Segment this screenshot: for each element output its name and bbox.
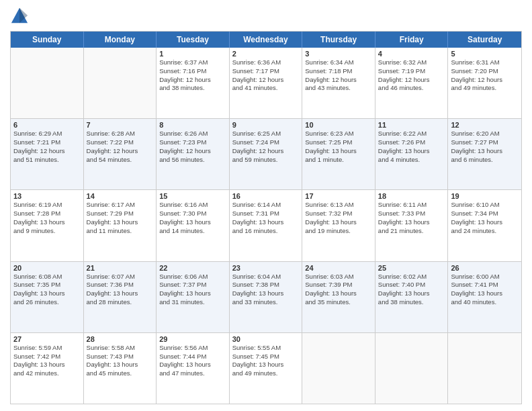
logo [10, 7, 32, 26]
day-cell: 4Sunrise: 6:32 AM Sunset: 7:19 PM Daylig… [375, 48, 449, 118]
day-number: 13 [13, 192, 81, 200]
empty-cell [448, 333, 521, 404]
day-cell: 5Sunrise: 6:31 AM Sunset: 7:20 PM Daylig… [448, 48, 521, 118]
day-number: 3 [305, 50, 372, 58]
day-number: 20 [13, 264, 81, 272]
day-cell: 29Sunrise: 5:56 AM Sunset: 7:44 PM Dayli… [157, 333, 230, 404]
day-number: 12 [451, 121, 519, 129]
day-number: 10 [305, 121, 372, 129]
day-cell: 10Sunrise: 6:23 AM Sunset: 7:25 PM Dayli… [302, 119, 375, 189]
day-info: Sunrise: 6:07 AM Sunset: 7:36 PM Dayligh… [87, 273, 154, 307]
calendar-row: 6Sunrise: 6:29 AM Sunset: 7:21 PM Daylig… [11, 118, 521, 189]
calendar: SundayMondayTuesdayWednesdayThursdayFrid… [10, 31, 522, 404]
day-info: Sunrise: 6:00 AM Sunset: 7:41 PM Dayligh… [451, 273, 519, 307]
day-number: 29 [159, 335, 226, 343]
day-info: Sunrise: 6:13 AM Sunset: 7:32 PM Dayligh… [305, 201, 372, 235]
day-cell: 13Sunrise: 6:19 AM Sunset: 7:28 PM Dayli… [11, 190, 84, 261]
day-cell: 26Sunrise: 6:00 AM Sunset: 7:41 PM Dayli… [448, 262, 521, 332]
day-number: 8 [159, 121, 226, 129]
day-cell: 15Sunrise: 6:16 AM Sunset: 7:30 PM Dayli… [157, 190, 230, 261]
day-info: Sunrise: 6:17 AM Sunset: 7:29 PM Dayligh… [87, 201, 154, 235]
calendar-row: 27Sunrise: 5:59 AM Sunset: 7:42 PM Dayli… [11, 332, 521, 404]
day-info: Sunrise: 6:20 AM Sunset: 7:27 PM Dayligh… [451, 130, 519, 164]
calendar-header: SundayMondayTuesdayWednesdayThursdayFrid… [11, 32, 521, 48]
empty-cell [375, 333, 449, 404]
empty-cell [302, 333, 375, 404]
day-info: Sunrise: 6:16 AM Sunset: 7:30 PM Dayligh… [159, 201, 226, 235]
calendar-row: 13Sunrise: 6:19 AM Sunset: 7:28 PM Dayli… [11, 189, 521, 261]
day-cell: 17Sunrise: 6:13 AM Sunset: 7:32 PM Dayli… [302, 190, 375, 261]
day-cell: 25Sunrise: 6:02 AM Sunset: 7:40 PM Dayli… [375, 262, 449, 332]
page: SundayMondayTuesdayWednesdayThursdayFrid… [0, 0, 532, 411]
day-info: Sunrise: 6:25 AM Sunset: 7:24 PM Dayligh… [232, 130, 300, 164]
day-cell: 1Sunrise: 6:37 AM Sunset: 7:16 PM Daylig… [157, 48, 230, 118]
empty-cell [11, 48, 84, 118]
day-number: 15 [159, 192, 226, 200]
day-cell: 27Sunrise: 5:59 AM Sunset: 7:42 PM Dayli… [11, 333, 84, 404]
day-cell: 21Sunrise: 6:07 AM Sunset: 7:36 PM Dayli… [84, 262, 157, 332]
day-number: 4 [378, 50, 445, 58]
day-info: Sunrise: 6:23 AM Sunset: 7:25 PM Dayligh… [305, 130, 372, 164]
day-info: Sunrise: 6:26 AM Sunset: 7:23 PM Dayligh… [159, 130, 226, 164]
calendar-body: 1Sunrise: 6:37 AM Sunset: 7:16 PM Daylig… [11, 48, 521, 404]
day-info: Sunrise: 6:19 AM Sunset: 7:28 PM Dayligh… [13, 201, 81, 235]
day-cell: 8Sunrise: 6:26 AM Sunset: 7:23 PM Daylig… [157, 119, 230, 189]
day-number: 23 [232, 264, 300, 272]
day-number: 30 [232, 335, 300, 343]
day-number: 26 [451, 264, 519, 272]
day-cell: 23Sunrise: 6:04 AM Sunset: 7:38 PM Dayli… [230, 262, 303, 332]
calendar-row: 20Sunrise: 6:08 AM Sunset: 7:35 PM Dayli… [11, 261, 521, 332]
day-number: 16 [232, 192, 300, 200]
day-cell: 16Sunrise: 6:14 AM Sunset: 7:31 PM Dayli… [230, 190, 303, 261]
day-cell: 18Sunrise: 6:11 AM Sunset: 7:33 PM Dayli… [375, 190, 449, 261]
weekday-header: Sunday [11, 32, 84, 48]
day-cell: 7Sunrise: 6:28 AM Sunset: 7:22 PM Daylig… [84, 119, 157, 189]
day-number: 5 [451, 50, 519, 58]
day-info: Sunrise: 6:32 AM Sunset: 7:19 PM Dayligh… [378, 58, 445, 93]
day-cell: 3Sunrise: 6:34 AM Sunset: 7:18 PM Daylig… [302, 48, 375, 118]
day-info: Sunrise: 5:56 AM Sunset: 7:44 PM Dayligh… [159, 344, 226, 378]
day-info: Sunrise: 5:59 AM Sunset: 7:42 PM Dayligh… [13, 344, 81, 378]
day-info: Sunrise: 6:02 AM Sunset: 7:40 PM Dayligh… [378, 273, 445, 307]
day-cell: 12Sunrise: 6:20 AM Sunset: 7:27 PM Dayli… [448, 119, 521, 189]
weekday-header: Monday [84, 32, 157, 48]
day-number: 2 [232, 50, 300, 58]
day-cell: 14Sunrise: 6:17 AM Sunset: 7:29 PM Dayli… [84, 190, 157, 261]
day-number: 18 [378, 192, 445, 200]
day-info: Sunrise: 6:04 AM Sunset: 7:38 PM Dayligh… [232, 273, 300, 307]
day-info: Sunrise: 6:08 AM Sunset: 7:35 PM Dayligh… [13, 273, 81, 307]
day-info: Sunrise: 6:22 AM Sunset: 7:26 PM Dayligh… [378, 130, 445, 164]
day-number: 24 [305, 264, 372, 272]
day-info: Sunrise: 6:29 AM Sunset: 7:21 PM Dayligh… [13, 130, 81, 164]
day-info: Sunrise: 6:36 AM Sunset: 7:17 PM Dayligh… [232, 58, 300, 93]
weekday-header: Wednesday [230, 32, 303, 48]
day-number: 28 [87, 335, 154, 343]
day-number: 27 [13, 335, 81, 343]
day-number: 14 [87, 192, 154, 200]
day-number: 9 [232, 121, 300, 129]
day-cell: 24Sunrise: 6:03 AM Sunset: 7:39 PM Dayli… [302, 262, 375, 332]
day-info: Sunrise: 6:28 AM Sunset: 7:22 PM Dayligh… [87, 130, 154, 164]
weekday-header: Tuesday [157, 32, 230, 48]
day-number: 11 [378, 121, 445, 129]
day-cell: 30Sunrise: 5:55 AM Sunset: 7:45 PM Dayli… [230, 333, 303, 404]
day-number: 19 [451, 192, 519, 200]
empty-cell [84, 48, 157, 118]
day-number: 25 [378, 264, 445, 272]
day-info: Sunrise: 6:10 AM Sunset: 7:34 PM Dayligh… [451, 201, 519, 235]
day-number: 17 [305, 192, 372, 200]
day-number: 21 [87, 264, 154, 272]
weekday-header: Saturday [448, 32, 521, 48]
day-info: Sunrise: 6:03 AM Sunset: 7:39 PM Dayligh… [305, 273, 372, 307]
day-number: 6 [13, 121, 81, 129]
day-info: Sunrise: 5:55 AM Sunset: 7:45 PM Dayligh… [232, 344, 300, 378]
day-cell: 22Sunrise: 6:06 AM Sunset: 7:37 PM Dayli… [157, 262, 230, 332]
weekday-header: Thursday [302, 32, 375, 48]
header [10, 7, 522, 26]
day-cell: 2Sunrise: 6:36 AM Sunset: 7:17 PM Daylig… [230, 48, 303, 118]
weekday-header: Friday [375, 32, 449, 48]
calendar-row: 1Sunrise: 6:37 AM Sunset: 7:16 PM Daylig… [11, 48, 521, 118]
day-number: 1 [159, 50, 226, 58]
day-info: Sunrise: 6:14 AM Sunset: 7:31 PM Dayligh… [232, 201, 300, 235]
logo-icon [10, 7, 29, 26]
